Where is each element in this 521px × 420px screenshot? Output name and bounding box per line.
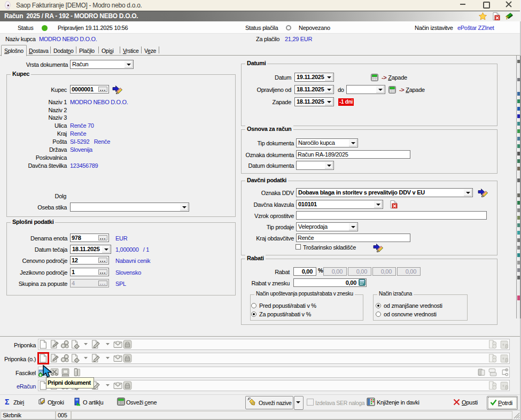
svg-text:?: ?: [506, 15, 508, 20]
